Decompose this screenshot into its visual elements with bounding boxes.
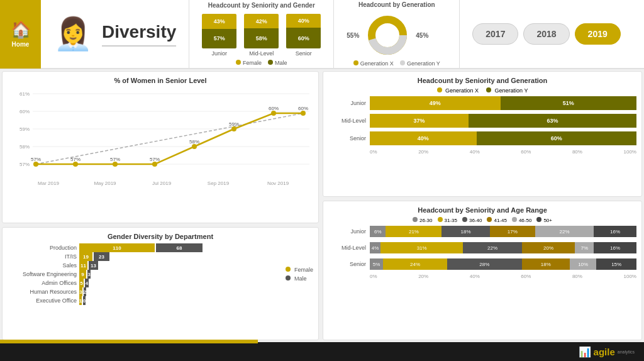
donut-area: 55% 45% [347,13,447,57]
seg-3640: 28% [447,258,522,270]
svg-text:59%: 59% [229,121,239,127]
bar-item-junior: 43%57%Junior [202,14,236,57]
seniority-junior-row: Junior 49% 51% [328,96,636,110]
women-senior-panel: % of Women in Senior Level 61% 60% 59% 5… [2,71,319,223]
home-icon: 🏠 [11,20,31,40]
home-button[interactable]: 🏠 Home [0,0,41,69]
seniority-gen-panel: Headcount by Seniority and Generation Ge… [323,71,642,197]
seniority-senior-row: Senior 40% 60% [328,131,636,145]
bar-item-mid-level: 42%58%Mid-Level [244,14,279,57]
svg-text:57%: 57% [70,157,80,162]
svg-text:57%: 57% [31,157,41,162]
female-bar: 5 [79,279,84,287]
seniority-midlevel-row: Mid-Level 37% 63% [328,114,636,128]
gen-y-seg: 60% [477,131,636,145]
svg-point-19 [73,162,78,167]
dept-row-sales: Sales 11 13 [8,261,279,270]
dept-bars: 9 3 [79,270,91,279]
dept-label: Production [8,245,77,251]
gender-dept-title: Gender Diversity by Department [8,233,313,240]
female-bar: 19 [79,252,92,261]
page-title: Diversity [102,22,176,47]
female-bar: 3 [79,287,82,296]
dept-label: Human Resources [8,289,77,295]
svg-text:58%: 58% [189,139,199,145]
gen-y-seg: 63% [469,114,636,128]
age-range-panel: Headcount by Seniority and Age Range 26-… [323,201,642,340]
bar-label: Senior [296,50,312,57]
bar-label: Junior [212,50,228,57]
age-label: Junior [328,228,366,235]
male-bar: 68 [156,243,203,252]
dept-bars: 5 4 [79,279,89,287]
dept-row-exec: Executive Office 1 0 [8,296,279,305]
male-bar: 3 [87,270,91,279]
seniority-bars: 43%57%Junior42%58%Mid-Level40%60%Senior [202,14,321,57]
svg-text:58%: 58% [19,144,30,150]
line-chart-svg: 61% 60% 59% 58% 57% Mar 2019 May 2019 Ju… [8,87,316,191]
age-senior-row: Senior 5% 24% 28% 18% 10% 15% [328,258,636,270]
bar-label: Mid-Level [249,50,274,57]
gender-dept-panel: Gender Diversity by Department Productio… [2,227,319,340]
year-2017-button[interactable]: 2017 [472,23,518,45]
gen-x-seg: 49% [370,96,501,110]
seg-4145: 18% [522,258,570,270]
age-label: Mid-Level [328,245,366,251]
svg-text:60%: 60% [269,106,279,111]
svg-text:60%: 60% [19,109,30,114]
seg-4650: 22% [535,226,594,237]
seg-2630: 6% [370,226,386,237]
diversity-section: 👩‍💼 Diversity [41,0,189,68]
svg-text:Nov 2019: Nov 2019 [267,181,289,186]
seg-3135: 24% [383,258,447,270]
female-bar: 9 [79,270,86,279]
dept-chart: Production 110 68 IT/IS 19 23 [8,243,279,305]
dept-bars: 1 0 [79,296,86,305]
donut-chart [365,13,409,57]
age-midlevel-row: Mid-Level 4% 31% 22% 20% 7% 16% [328,242,636,253]
female-bar: 11 [79,261,87,270]
age-label: Senior [328,261,366,267]
seniority-label: Senior [328,135,366,142]
svg-text:57%: 57% [150,157,160,162]
svg-text:Mar 2019: Mar 2019 [38,181,59,186]
seg-4650: 7% [575,242,594,253]
svg-point-22 [192,144,197,149]
gen-x-seg: 37% [370,114,469,128]
seg-3135: 31% [380,242,463,253]
male-pct: 60% [286,28,321,48]
year-2018-button[interactable]: 2018 [523,23,569,45]
dept-label: Sales [8,262,77,269]
male-bar: 13 [89,261,98,270]
dept-row-hr: Human Resources 3 2 [8,287,279,296]
dept-bars: 11 13 [79,261,98,270]
gen-y-seg: 51% [501,96,636,110]
dept-row-itis: IT/IS 19 23 [8,252,279,261]
age-axis-labels: 0%20%40%60%80%100% [328,274,636,279]
dept-row-admin: Admin Offices 5 4 [8,279,279,287]
svg-point-24 [271,111,276,116]
senior-age-bar: 5% 24% 28% 18% 10% 15% [370,258,636,270]
gen-x-seg: 40% [370,131,477,145]
female-pct: 43% [202,14,236,29]
dept-label: Admin Offices [8,280,77,286]
home-label: Home [12,41,30,48]
year-2019-button[interactable]: 2019 [575,23,621,45]
gen-legend: Generation X Generation Y [347,60,447,67]
chart-icon: 📊 [579,346,591,358]
svg-point-21 [152,162,157,167]
svg-text:59%: 59% [19,126,30,132]
dept-row-production: Production 110 68 [8,243,279,252]
female-bar: 110 [79,243,155,252]
seg-50plus: 16% [594,226,636,237]
seniority-legend: Female Male [202,60,321,66]
logo-sub: analytics [618,350,635,354]
dept-bars: 3 2 [79,287,86,296]
seg-3640: 22% [463,242,521,253]
seniority-gen-title: Headcount by Seniority and Generation [328,77,636,84]
female-pct: 40% [286,14,321,28]
seniority-label: Junior [328,100,366,106]
male-bar: 4 [85,279,89,287]
svg-text:Sep 2019: Sep 2019 [208,181,230,186]
seg-2630: 4% [370,242,380,253]
